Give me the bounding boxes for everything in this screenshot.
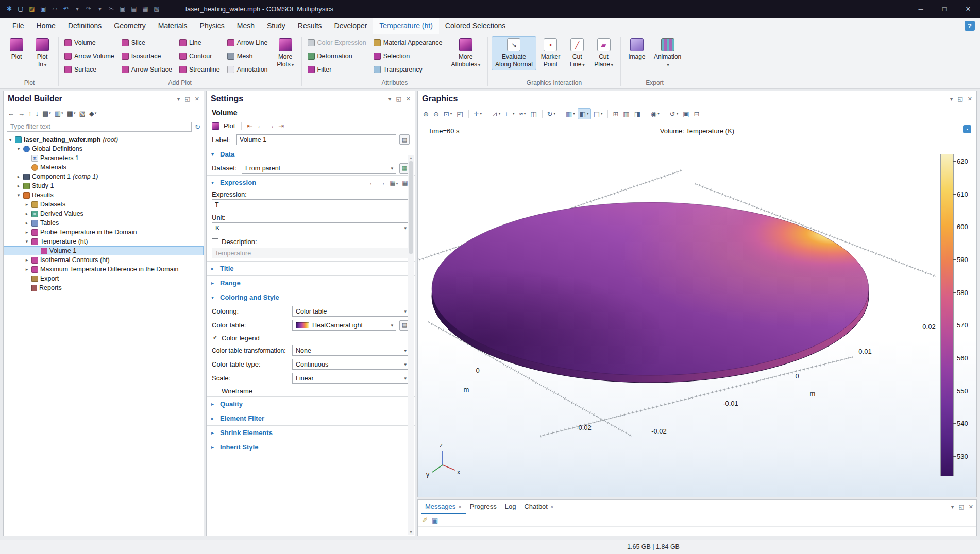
expression-input[interactable]: [212, 199, 410, 210]
plot-button[interactable]: Plot ▾: [4, 36, 29, 70]
arrow-volume-button[interactable]: Arrow Volume: [62, 49, 117, 63]
collapse-expand-icon[interactable]: ▥▾: [55, 110, 63, 117]
node-group-icon[interactable]: ◆▾: [89, 110, 97, 117]
tree-chevron-icon[interactable]: ▾: [24, 239, 29, 244]
snapshot-icon[interactable]: ▣▾: [681, 108, 691, 119]
tab-chatbot[interactable]: Chatbot ×: [520, 500, 557, 514]
selection-button[interactable]: Selection: [371, 49, 446, 63]
tree-chevron-icon[interactable]: ▸: [24, 202, 29, 207]
section-chevron-icon[interactable]: ▸: [211, 401, 216, 407]
wireframe-checkbox[interactable]: ✔: [212, 388, 218, 394]
grid-toggle-icon[interactable]: ⊞▾: [611, 108, 620, 119]
filter-button[interactable]: Filter: [306, 63, 369, 76]
expression-forward-icon[interactable]: →: [379, 179, 385, 186]
model-tree-node-text-icon[interactable]: ▤▾: [42, 110, 51, 117]
streamline-button[interactable]: Streamline: [177, 63, 223, 76]
scale-select[interactable]: Linear▾: [292, 373, 410, 384]
tree-chevron-icon[interactable]: ▾: [16, 146, 21, 151]
tab-physics[interactable]: Physics: [194, 18, 231, 34]
panel-menu-icon[interactable]: ▾: [388, 96, 392, 102]
description-checkbox[interactable]: ✔: [212, 238, 218, 245]
tab-definitions[interactable]: Definitions: [62, 18, 108, 34]
tab-study[interactable]: Study: [261, 18, 292, 34]
environment-icon[interactable]: ▤▾: [592, 108, 605, 119]
annotation-button[interactable]: Annotation: [225, 63, 271, 76]
undo-icon[interactable]: ↶: [61, 3, 71, 14]
tree-chevron-icon[interactable]: ▸: [16, 174, 21, 179]
tree-node-reports[interactable]: Reports: [4, 283, 204, 292]
tree-node-probe-temperature[interactable]: ▸ Probe Temperature in the Domain: [4, 228, 204, 237]
y-axis-data-icon[interactable]: ∟▾: [503, 108, 516, 119]
isosurface-button[interactable]: Isosurface: [120, 49, 175, 63]
tree-chevron-icon[interactable]: ▸: [24, 257, 29, 263]
help-button[interactable]: ?: [965, 21, 975, 31]
redo-caret-icon[interactable]: ▾: [95, 3, 105, 14]
close-panel-icon[interactable]: ✕: [969, 504, 973, 510]
tree-chevron-icon[interactable]: ▸: [16, 183, 21, 188]
scene-light-icon[interactable]: ◧▾: [578, 108, 591, 119]
dataset-select[interactable]: From parent▾: [242, 163, 396, 174]
sync-icon[interactable]: ↺▾: [668, 108, 680, 119]
tab-messages[interactable]: Messages ×: [421, 500, 466, 514]
contour-button[interactable]: Contour: [177, 49, 223, 63]
copy-messages-icon[interactable]: ▣: [432, 516, 438, 524]
tab-progress[interactable]: Progress ×: [466, 500, 501, 514]
deformation-button[interactable]: Deformation: [306, 49, 369, 63]
evaluate-along-normal-button[interactable]: Evaluate Along Normal▾: [492, 36, 536, 70]
graphics-canvas[interactable]: 0.02 0.01 0 m 0 m -0.01 -0.02 -0.02 z x …: [418, 121, 976, 497]
tree-node-derived-values[interactable]: ▸ = Derived Values: [4, 209, 204, 218]
panel-menu-icon[interactable]: ▾: [950, 96, 953, 102]
tree-node-materials[interactable]: Materials: [4, 163, 204, 172]
tree-node-export[interactable]: Export: [4, 274, 204, 283]
tab-materials[interactable]: Materials: [152, 18, 194, 34]
tree-chevron-icon[interactable]: ▸: [24, 230, 29, 235]
comsol-logo-icon[interactable]: ✱: [4, 3, 14, 14]
model-manager-icon[interactable]: ▧: [151, 3, 162, 14]
close-tab-icon[interactable]: ×: [458, 504, 461, 510]
label-input[interactable]: [236, 134, 396, 145]
settings-scrollbar[interactable]: ▲ ▼: [408, 155, 414, 535]
float-panel-icon[interactable]: ◱: [958, 504, 964, 510]
zoom-in-icon[interactable]: ⊕▾: [421, 108, 431, 119]
close-button[interactable]: ✕: [956, 0, 980, 18]
axis-scale-icon[interactable]: ≈▾: [517, 108, 528, 119]
section-range[interactable]: ▸ Range: [207, 276, 415, 290]
tree-node-study-1[interactable]: ▸ Study 1: [4, 181, 204, 191]
table-toggle-icon[interactable]: ▥▾: [621, 108, 631, 119]
rotate-update-icon[interactable]: ↻▾: [545, 108, 557, 119]
tree-node-tables[interactable]: ▸ Tables: [4, 218, 204, 228]
color-table-transformation-select[interactable]: None▾: [292, 345, 410, 356]
move-up-icon[interactable]: ↑▾: [28, 110, 32, 117]
section-chevron-icon[interactable]: ▾: [211, 151, 216, 157]
mesh-button[interactable]: Mesh: [225, 49, 271, 63]
material-appearance-button[interactable]: Material Appearance: [371, 36, 446, 49]
print-icon[interactable]: ⊟▾: [692, 108, 702, 119]
tree-chevron-icon[interactable]: ▸: [24, 267, 29, 272]
section-chevron-icon[interactable]: ▾: [211, 295, 216, 300]
tab-home[interactable]: Home: [30, 18, 62, 34]
paste-icon[interactable]: ▤: [129, 3, 139, 14]
section-chevron-icon[interactable]: ▸: [211, 280, 216, 286]
section-inherit-style[interactable]: ▸ Inherit Style: [207, 440, 415, 454]
tree-chevron-icon[interactable]: ▸: [24, 211, 29, 216]
arrow-surface-button[interactable]: Arrow Surface: [120, 63, 175, 76]
rename-label-icon[interactable]: ▤: [399, 134, 410, 145]
zoom-out-icon[interactable]: ⊖▾: [431, 108, 441, 119]
tree-node-volume-1[interactable]: Volume 1: [4, 246, 204, 255]
float-panel-icon[interactable]: ◱: [184, 96, 190, 102]
marker-point-button[interactable]: Marker Point▾: [537, 36, 564, 70]
tab-geometry[interactable]: Geometry: [108, 18, 151, 34]
frame-toggle-icon[interactable]: ◨▾: [632, 108, 643, 119]
section-chevron-icon[interactable]: ▸: [211, 430, 216, 436]
plot-in-button[interactable]: Plot In▾: [30, 36, 55, 70]
tab-results[interactable]: Results: [292, 18, 328, 34]
maximize-button[interactable]: □: [933, 0, 956, 18]
go-back-icon[interactable]: ←▾: [8, 110, 14, 117]
close-tab-icon[interactable]: ×: [550, 504, 553, 510]
transparency-button[interactable]: Transparency: [371, 63, 446, 76]
tab-developer[interactable]: Developer: [328, 18, 374, 34]
tree-node-global-definitions[interactable]: ▾ Global Definitions: [4, 144, 204, 153]
panel-menu-icon[interactable]: ▾: [951, 504, 954, 510]
go-to-view-icon[interactable]: ✛▾: [471, 108, 484, 119]
section-chevron-icon[interactable]: ▸: [211, 416, 216, 421]
